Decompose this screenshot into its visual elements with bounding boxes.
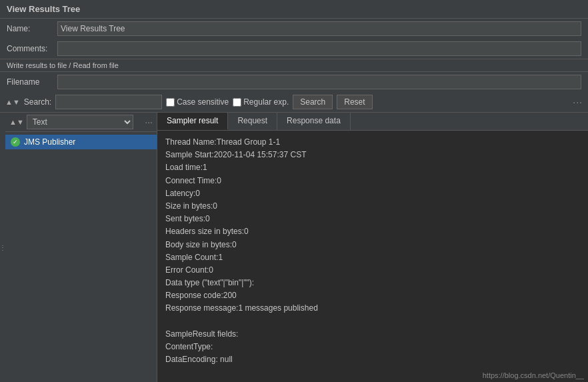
result-line: Data type ("text"|"bin"|""): xyxy=(165,277,580,289)
comments-row: Comments: xyxy=(0,39,588,59)
success-icon: ✓ xyxy=(11,137,20,147)
result-line xyxy=(165,315,580,328)
write-results-label: Write results to file / Read from file xyxy=(0,59,588,72)
result-line: Error Count:0 xyxy=(165,264,580,277)
window-title: View Results Tree xyxy=(0,0,588,19)
list-item[interactable]: ✓ JMS Publisher xyxy=(5,135,157,149)
result-line: Connect Time:0 xyxy=(165,175,580,187)
main-area: ⋮ ▲▼ Text HTML JSON XML ··· ✓ JMS Publis… xyxy=(0,113,588,382)
left-panel: ▲▼ Text HTML JSON XML ··· ✓ JMS Publishe… xyxy=(5,113,157,382)
comments-label: Comments: xyxy=(7,44,53,53)
filename-label: Filename xyxy=(7,77,53,87)
case-sensitive-checkbox[interactable] xyxy=(166,98,175,107)
toolbar-dots: ··· xyxy=(573,97,583,107)
result-line: Response code:200 xyxy=(165,289,580,302)
result-line: Sample Start:2020-11-04 15:57:37 CST xyxy=(165,149,580,161)
up-down-icon[interactable]: ▲▼ xyxy=(5,98,20,106)
tree-area: ✓ JMS Publisher xyxy=(5,132,157,382)
tab-sampler-result[interactable]: Sampler result xyxy=(157,113,228,130)
name-row: Name: xyxy=(0,19,588,39)
regular-exp-label[interactable]: Regular exp. xyxy=(233,97,289,107)
result-line: Response message:1 messages published xyxy=(165,302,580,315)
search-toolbar: ▲▼ Search: Case sensitive Regular exp. S… xyxy=(0,92,588,113)
main-window: View Results Tree Name: Comments: Write … xyxy=(0,0,588,382)
tabs-bar: Sampler result Request Response data xyxy=(157,113,588,131)
name-input[interactable] xyxy=(57,21,581,36)
result-line: Body size in bytes:0 xyxy=(165,239,580,251)
comments-input[interactable] xyxy=(57,41,581,56)
result-line: Sent bytes:0 xyxy=(165,213,580,225)
search-label: Search: xyxy=(24,97,51,107)
result-line: Thread Name:Thread Group 1-1 xyxy=(165,136,580,149)
result-line: SampleResult fields: xyxy=(165,328,580,341)
case-sensitive-label[interactable]: Case sensitive xyxy=(166,97,229,107)
left-up-down-icon[interactable]: ▲▼ xyxy=(9,118,24,126)
search-button[interactable]: Search xyxy=(293,95,333,109)
left-edge-handle[interactable]: ⋮ xyxy=(0,113,5,382)
item-label: JMS Publisher xyxy=(24,137,75,147)
name-label: Name: xyxy=(7,24,53,33)
watermark: https://blog.csdn.net/Quentin__ xyxy=(483,371,584,379)
handle-dots: ⋮ xyxy=(0,244,6,251)
result-line: Load time:1 xyxy=(165,161,580,174)
result-line: Headers size in bytes:0 xyxy=(165,225,580,238)
type-select[interactable]: Text HTML JSON XML xyxy=(27,115,133,129)
result-content: Thread Name:Thread Group 1-1Sample Start… xyxy=(157,131,588,382)
tab-response-data[interactable]: Response data xyxy=(277,113,351,130)
result-line: ContentType: xyxy=(165,341,580,353)
result-line: Size in bytes:0 xyxy=(165,200,580,213)
search-input[interactable] xyxy=(55,95,162,109)
filename-input[interactable] xyxy=(57,75,581,89)
left-toolbar: ▲▼ Text HTML JSON XML ··· xyxy=(5,113,157,132)
regular-exp-checkbox[interactable] xyxy=(233,98,241,107)
result-line: Latency:0 xyxy=(165,187,580,200)
reset-button[interactable]: Reset xyxy=(337,95,372,109)
result-line: DataEncoding: null xyxy=(165,353,580,366)
title-text: View Results Tree xyxy=(7,4,80,14)
left-toolbar-dots: ··· xyxy=(145,117,153,127)
right-panel: Sampler result Request Response data Thr… xyxy=(157,113,588,382)
tab-request[interactable]: Request xyxy=(228,113,277,130)
result-line: Sample Count:1 xyxy=(165,251,580,264)
filename-row: Filename xyxy=(0,72,588,92)
